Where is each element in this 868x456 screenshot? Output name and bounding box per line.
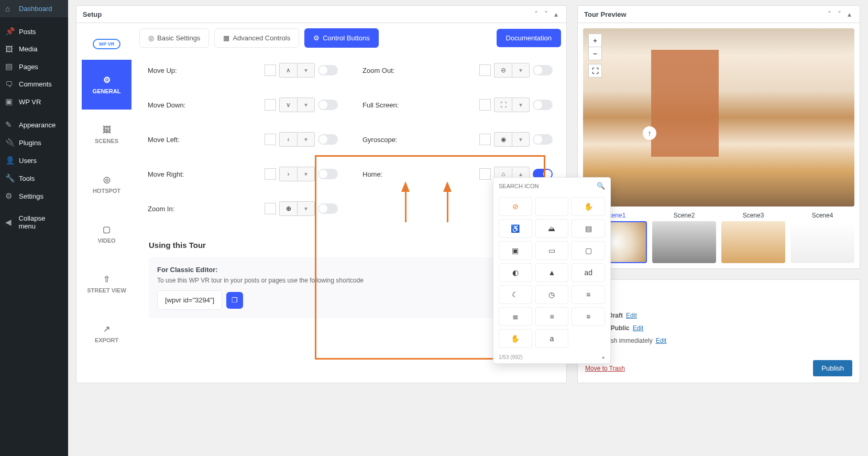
- menu-media[interactable]: 🖾Media: [0, 40, 68, 58]
- panel-collapse-icon[interactable]: ▴: [552, 10, 560, 18]
- gyroscope-color[interactable]: [479, 134, 491, 145]
- move-up-icon-select[interactable]: ∧▾: [279, 63, 315, 78]
- menu-collapse[interactable]: ◀Collapse menu: [0, 210, 68, 234]
- tutorial-arrow-2: [443, 181, 452, 192]
- wp-admin-sidebar: ⌂Dashboard 📌Posts 🖾Media ▤Pages 🗨Comment…: [0, 0, 68, 391]
- move-right-color[interactable]: [265, 168, 276, 180]
- icon-search-input[interactable]: [499, 182, 597, 190]
- icon-badge[interactable]: ▢: [572, 241, 605, 260]
- control-buttons-tab[interactable]: ⚙Control Buttons: [304, 28, 379, 48]
- search-icon: 🔍: [597, 182, 605, 190]
- menu-settings[interactable]: ⚙Settings: [0, 187, 68, 205]
- icon-align-left[interactable]: ≡: [535, 307, 569, 326]
- setup-side-tabs: WP VR ⚙GENERAL 🖽SCENES ◎HOTSPOT ▢VIDEO ⇧…: [82, 28, 131, 359]
- scene-thumb-4[interactable]: Scene4: [790, 212, 854, 263]
- move-up-toggle[interactable]: [318, 65, 338, 75]
- icon-align-center[interactable]: ≣: [499, 307, 532, 326]
- icon-ad[interactable]: ad: [572, 263, 605, 282]
- fullscreen-toggle[interactable]: [533, 100, 553, 110]
- icon-mountain[interactable]: ⛰: [535, 219, 569, 238]
- zoom-in-color[interactable]: [265, 203, 276, 214]
- gyroscope-icon-select[interactable]: ◉▾: [494, 132, 530, 147]
- move-left-color[interactable]: [265, 134, 276, 145]
- menu-dashboard[interactable]: ⌂Dashboard: [0, 0, 68, 17]
- icon-card[interactable]: ▭: [535, 241, 569, 260]
- icon-contrast[interactable]: ◐: [499, 263, 532, 282]
- edit-visibility-link[interactable]: Edit: [633, 324, 644, 332]
- picker-next-icon[interactable]: ▸: [602, 354, 605, 360]
- menu-posts[interactable]: 📌Posts: [0, 23, 68, 40]
- preview-title: Tour Preview: [584, 10, 627, 18]
- icon-clock[interactable]: ◷: [535, 285, 569, 304]
- zoom-out-icon-select[interactable]: ⊖▾: [494, 63, 530, 78]
- move-down-color[interactable]: [265, 99, 276, 111]
- icon-hand[interactable]: ✋: [572, 197, 605, 216]
- home-color[interactable]: [479, 168, 491, 180]
- icon-id[interactable]: ▣: [499, 241, 532, 260]
- tab-video[interactable]: ▢VIDEO: [82, 209, 131, 259]
- panel-up-icon[interactable]: ˄: [532, 10, 540, 18]
- basic-settings-tab[interactable]: ◎Basic Settings: [139, 28, 209, 48]
- gyroscope-label: Gyroscope:: [362, 136, 397, 144]
- menu-comments[interactable]: 🗨Comments: [0, 75, 68, 93]
- fullscreen-label: Full Screen:: [362, 101, 399, 109]
- icon-list[interactable]: ≡: [572, 285, 605, 304]
- panel-down-icon[interactable]: ˅: [836, 10, 843, 18]
- advanced-controls-tab[interactable]: ▦Advanced Controls: [214, 28, 299, 48]
- gyroscope-toggle[interactable]: [533, 134, 553, 145]
- scene-thumb-2[interactable]: Scene2: [652, 212, 716, 263]
- fullscreen-icon-select[interactable]: ⛶▾: [494, 97, 530, 112]
- edit-status-link[interactable]: Edit: [626, 312, 637, 319]
- documentation-button[interactable]: Documentation: [497, 29, 561, 47]
- icon-contact[interactable]: ▤: [572, 219, 605, 238]
- tab-general[interactable]: ⚙GENERAL: [82, 60, 131, 110]
- icon-amazon[interactable]: a: [535, 329, 569, 348]
- move-right-toggle[interactable]: [318, 169, 338, 179]
- preview-zoom-in[interactable]: +: [588, 34, 602, 47]
- home-label: Home:: [362, 170, 382, 178]
- move-down-icon-select[interactable]: ∨▾: [279, 97, 315, 112]
- menu-wpvr[interactable]: ▣WP VR: [0, 93, 68, 111]
- move-to-trash-link[interactable]: Move to Trash: [585, 365, 625, 372]
- move-right-icon-select[interactable]: ›▾: [279, 167, 315, 181]
- publish-button[interactable]: Publish: [813, 360, 852, 376]
- using-tour-title: Using this Tour: [149, 241, 552, 249]
- zoom-in-toggle[interactable]: [318, 203, 338, 214]
- tab-street-view[interactable]: ⇧STREET VIEW: [82, 259, 131, 309]
- icon-blank[interactable]: [535, 197, 569, 216]
- tab-export[interactable]: ↗EXPORT: [82, 309, 131, 359]
- publish-panel: ˄ ˅ ▴ raft us: Draft Edit ility: Public …: [577, 279, 860, 383]
- icon-accessible[interactable]: ♿: [499, 219, 532, 238]
- menu-pages[interactable]: ▤Pages: [0, 58, 68, 75]
- menu-appearance[interactable]: ✎Appearance: [0, 116, 68, 134]
- move-down-toggle[interactable]: [318, 100, 338, 110]
- panel-down-icon[interactable]: ˅: [542, 10, 550, 18]
- edit-schedule-link[interactable]: Edit: [656, 337, 667, 344]
- chevron-down-icon[interactable]: ▾: [297, 63, 315, 78]
- fullscreen-color[interactable]: [479, 99, 491, 111]
- icon-none[interactable]: ⊘: [499, 197, 532, 216]
- zoom-in-icon-select[interactable]: ⊕▾: [279, 201, 315, 216]
- panel-up-icon[interactable]: ˄: [826, 10, 833, 18]
- preview-zoom-out[interactable]: −: [588, 47, 602, 60]
- move-left-toggle[interactable]: [318, 134, 338, 145]
- icon-grab[interactable]: ✋: [499, 329, 532, 348]
- menu-plugins[interactable]: 🔌Plugins: [0, 134, 68, 151]
- move-up-color[interactable]: [265, 64, 276, 76]
- hotspot-marker[interactable]: ↑: [643, 126, 656, 140]
- scene-thumb-3[interactable]: Scene3: [721, 212, 785, 263]
- zoom-out-color[interactable]: [479, 64, 491, 76]
- move-left-icon-select[interactable]: ‹▾: [279, 132, 315, 147]
- icon-moon[interactable]: ☾: [499, 285, 532, 304]
- tab-hotspot[interactable]: ◎HOTSPOT: [82, 159, 131, 209]
- tour-preview[interactable]: + − ⛶ ↑: [583, 28, 854, 207]
- icon-up[interactable]: ▲: [535, 263, 569, 282]
- panel-collapse-icon[interactable]: ▴: [845, 10, 853, 18]
- preview-fullscreen[interactable]: ⛶: [588, 64, 602, 78]
- copy-shortcode-button[interactable]: ❐: [226, 292, 243, 309]
- tab-scenes[interactable]: 🖽SCENES: [82, 110, 131, 159]
- menu-users[interactable]: 👤Users: [0, 151, 68, 169]
- icon-align-right[interactable]: ≡: [572, 307, 605, 326]
- zoom-out-toggle[interactable]: [533, 65, 553, 75]
- menu-tools[interactable]: 🔧Tools: [0, 169, 68, 187]
